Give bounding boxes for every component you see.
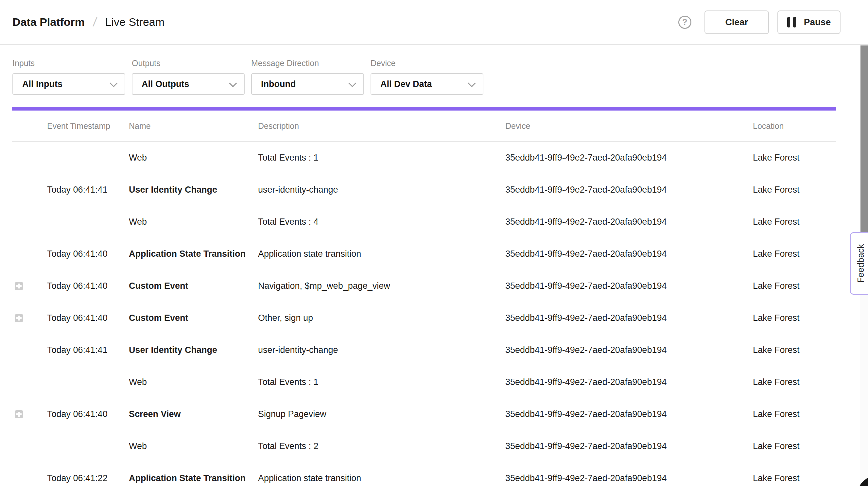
device-dropdown[interactable]: All Dev Data [371,73,484,95]
pause-button-label: Pause [804,17,831,28]
filter-bar: Inputs All Inputs Outputs All Outputs Me… [12,45,484,95]
event-description: Total Events : 4 [258,206,318,238]
pause-button[interactable]: Pause [777,10,840,34]
chevron-down-icon [468,79,475,87]
expand-row-icon[interactable] [15,314,23,322]
table-row: Today 06:41:40 Screen View Signup Pagevi… [0,398,868,430]
filter-inputs-label: Inputs [12,59,125,68]
table-row: Today 06:41:40 Custom Event Other, sign … [0,302,868,334]
inputs-dropdown-value: All Inputs [22,79,62,89]
event-name: Custom Event [129,270,188,302]
expand-row-icon[interactable] [15,282,23,290]
top-bar: Data Platform / Live Stream ? Clear Paus… [0,0,868,45]
accent-divider [12,107,836,111]
event-location: Lake Forest [753,366,800,398]
inputs-dropdown[interactable]: All Inputs [12,73,125,95]
table-row: Web Total Events : 2 35eddb41-9ff9-49e2-… [0,430,868,462]
event-timestamp: Today 06:41:40 [47,270,107,302]
device-dropdown-value: All Dev Data [380,79,432,89]
column-header-description: Description [258,111,299,142]
event-description: Signup Pageview [258,398,327,430]
chevron-down-icon [229,79,237,87]
filter-device: Device All Dev Data [371,45,484,95]
outputs-dropdown-value: All Outputs [142,79,189,89]
filter-inputs: Inputs All Inputs [12,45,125,95]
event-description: user-identity-change [258,174,338,206]
event-device-id: 35eddb41-9ff9-49e2-7aed-20afa90eb194 [505,142,666,174]
message-direction-dropdown-value: Inbound [261,79,296,89]
event-timestamp: Today 06:41:40 [47,302,107,334]
table-body: Web Total Events : 1 35eddb41-9ff9-49e2-… [0,142,868,486]
event-device-id: 35eddb41-9ff9-49e2-7aed-20afa90eb194 [505,334,666,366]
filter-message-direction: Message Direction Inbound [251,45,364,95]
event-timestamp: Today 06:41:41 [47,174,107,206]
event-location: Lake Forest [753,142,800,174]
event-name: Web [129,430,147,462]
event-device-id: 35eddb41-9ff9-49e2-7aed-20afa90eb194 [505,462,666,486]
chevron-down-icon [348,79,356,87]
event-device-id: 35eddb41-9ff9-49e2-7aed-20afa90eb194 [505,302,666,334]
clear-button[interactable]: Clear [705,10,769,34]
clear-button-label: Clear [725,17,748,28]
column-header-name: Name [129,111,151,142]
event-device-id: 35eddb41-9ff9-49e2-7aed-20afa90eb194 [505,238,666,270]
page-title: Live Stream [105,16,164,28]
event-name: Custom Event [129,302,188,334]
event-timestamp: Today 06:41:22 [47,462,107,486]
pause-icon [787,17,796,28]
table-row: Today 06:41:40 Application State Transit… [0,238,868,270]
help-icon[interactable]: ? [678,16,691,29]
event-description: Navigation, $mp_web_page_view [258,270,390,302]
event-location: Lake Forest [753,398,800,430]
breadcrumb: Data Platform / Live Stream [12,0,164,44]
event-timestamp: Today 06:41:41 [47,334,107,366]
table-row: Today 06:41:41 User Identity Change user… [0,174,868,206]
event-device-id: 35eddb41-9ff9-49e2-7aed-20afa90eb194 [505,270,666,302]
event-location: Lake Forest [753,302,800,334]
event-name: Web [129,366,147,398]
message-direction-dropdown[interactable]: Inbound [251,73,364,95]
column-header-location: Location [753,111,784,142]
table-row: Today 06:41:22 Application State Transit… [0,462,868,486]
filter-outputs-label: Outputs [132,59,245,68]
event-description: user-identity-change [258,334,338,366]
outputs-dropdown[interactable]: All Outputs [132,73,245,95]
event-description: Other, sign up [258,302,313,334]
event-name: User Identity Change [129,174,217,206]
table-row: Today 06:41:40 Custom Event Navigation, … [0,270,868,302]
event-description: Total Events : 1 [258,366,318,398]
event-name: Application State Transition [129,238,246,270]
chevron-down-icon [110,79,117,87]
event-description: Application state transition [258,462,361,486]
event-location: Lake Forest [753,462,800,486]
event-location: Lake Forest [753,430,800,462]
breadcrumb-separator: / [92,15,98,29]
topbar-actions: ? Clear Pause [678,0,840,44]
breadcrumb-root[interactable]: Data Platform [12,16,85,28]
event-timestamp: Today 06:41:40 [47,238,107,270]
table-row: Web Total Events : 1 35eddb41-9ff9-49e2-… [0,366,868,398]
event-name: Web [129,206,147,238]
event-device-id: 35eddb41-9ff9-49e2-7aed-20afa90eb194 [505,174,666,206]
event-name: Screen View [129,398,181,430]
table-row: Web Total Events : 4 35eddb41-9ff9-49e2-… [0,206,868,238]
filter-device-label: Device [371,59,484,68]
event-name: User Identity Change [129,334,217,366]
table-header-row: Event Timestamp Name Description Device … [12,111,836,142]
event-device-id: 35eddb41-9ff9-49e2-7aed-20afa90eb194 [505,206,666,238]
filter-outputs: Outputs All Outputs [132,45,245,95]
event-location: Lake Forest [753,238,800,270]
expand-row-icon[interactable] [15,410,23,418]
event-name: Application State Transition [129,462,246,486]
event-name: Web [129,142,147,174]
event-location: Lake Forest [753,334,800,366]
event-timestamp: Today 06:41:40 [47,398,107,430]
feedback-tab-label: Feedback [856,244,866,283]
column-header-timestamp: Event Timestamp [47,111,110,142]
table-row: Web Total Events : 1 35eddb41-9ff9-49e2-… [0,142,868,174]
feedback-tab[interactable]: Feedback [850,232,868,295]
event-location: Lake Forest [753,206,800,238]
event-description: Total Events : 1 [258,142,318,174]
scrollbar-thumb[interactable] [861,45,868,233]
event-description: Total Events : 2 [258,430,318,462]
